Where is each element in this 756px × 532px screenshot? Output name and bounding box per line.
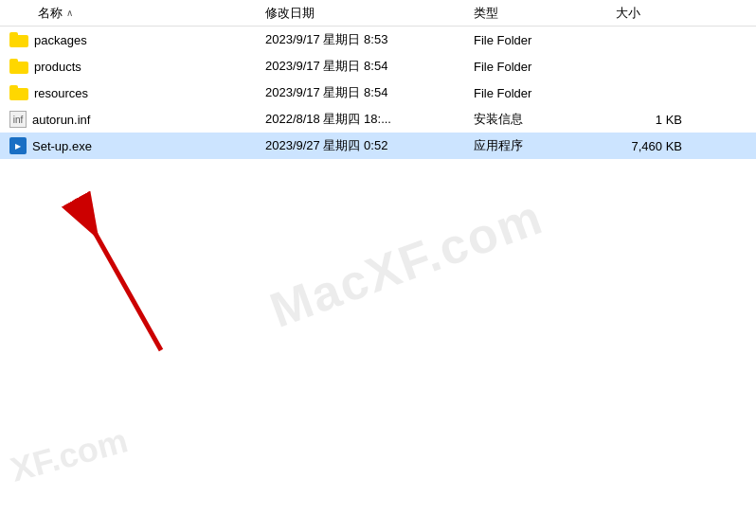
- file-name-text: autorun.inf: [32, 113, 90, 127]
- file-name-cell: inf autorun.inf: [0, 111, 256, 128]
- file-size-cell: 7,460 KB: [606, 139, 701, 153]
- file-date-cell: 2023/9/27 星期四 0:52: [256, 137, 464, 154]
- col-date-label: 修改日期: [265, 6, 315, 20]
- table-row[interactable]: resources 2023/9/17 星期日 8:54 File Folder: [0, 80, 756, 106]
- col-size-label: 大小: [616, 6, 640, 20]
- sort-arrow-icon: ∧: [66, 8, 73, 18]
- file-name-cell: packages: [0, 32, 256, 47]
- file-name-text: Set-up.exe: [32, 139, 92, 153]
- table-row[interactable]: products 2023/9/17 星期日 8:54 File Folder: [0, 53, 756, 80]
- table-row[interactable]: packages 2023/9/17 星期日 8:53 File Folder: [0, 27, 756, 53]
- file-explorer: 名称 ∧ 修改日期 类型 大小 packages 2023/9/17 星期日 8…: [0, 0, 756, 532]
- file-type-cell: 安装信息: [464, 111, 606, 128]
- file-type-cell: File Folder: [464, 60, 606, 74]
- col-name-header[interactable]: 名称 ∧: [0, 5, 256, 22]
- file-type-cell: File Folder: [464, 33, 606, 47]
- folder-icon: [9, 32, 28, 47]
- file-name-text: products: [34, 60, 81, 74]
- file-type-cell: File Folder: [464, 86, 606, 100]
- file-date-cell: 2023/9/17 星期日 8:54: [256, 84, 464, 101]
- folder-icon: [9, 59, 28, 74]
- inf-file-icon: inf: [9, 111, 27, 128]
- file-name-cell: Set-up.exe: [0, 137, 256, 154]
- col-size-header[interactable]: 大小: [606, 5, 701, 22]
- column-header: 名称 ∧ 修改日期 类型 大小: [0, 0, 756, 27]
- file-name-text: resources: [34, 86, 88, 100]
- col-date-header[interactable]: 修改日期: [256, 5, 464, 22]
- file-date-cell: 2023/9/17 星期日 8:53: [256, 31, 464, 48]
- file-name-cell: resources: [0, 85, 256, 100]
- table-row[interactable]: Set-up.exe 2023/9/27 星期四 0:52 应用程序 7,460…: [0, 133, 756, 159]
- col-name-label: 名称: [38, 5, 63, 22]
- file-type-cell: 应用程序: [464, 137, 606, 154]
- file-date-cell: 2023/9/17 星期日 8:54: [256, 58, 464, 75]
- file-date-cell: 2022/8/18 星期四 18:...: [256, 111, 464, 128]
- col-type-header[interactable]: 类型: [464, 5, 606, 22]
- file-name-text: packages: [34, 33, 87, 47]
- file-list: packages 2023/9/17 星期日 8:53 File Folder …: [0, 27, 756, 532]
- exe-file-icon: [9, 137, 27, 154]
- file-size-cell: 1 KB: [606, 113, 701, 127]
- file-name-cell: products: [0, 59, 256, 74]
- folder-icon: [9, 85, 28, 100]
- table-row[interactable]: inf autorun.inf 2022/8/18 星期四 18:... 安装信…: [0, 106, 756, 133]
- col-type-label: 类型: [474, 6, 498, 20]
